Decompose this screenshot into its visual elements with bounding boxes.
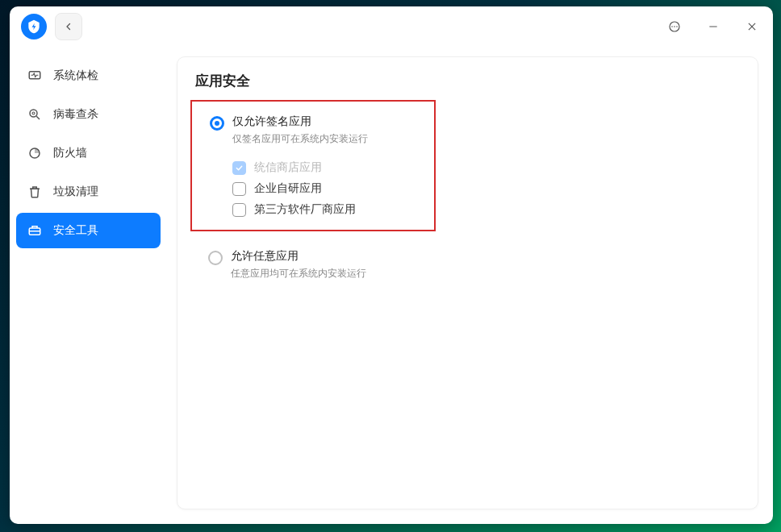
sidebar-item-label: 安全工具 (53, 223, 98, 238)
sidebar-item-cleaner[interactable]: 垃圾清理 (16, 174, 161, 210)
radio-label: 仅允许签名应用 (232, 114, 368, 129)
monitor-icon (27, 69, 42, 83)
toolbox-icon (27, 223, 42, 238)
minimize-button[interactable] (704, 17, 723, 36)
trash-icon (27, 185, 42, 199)
checkbox-icon (232, 161, 246, 175)
radio-desc: 任意应用均可在系统内安装运行 (231, 267, 366, 281)
checkbox-enterprise[interactable]: 企业自研应用 (232, 181, 429, 196)
titlebar (10, 6, 773, 47)
checkbox-icon (232, 203, 246, 217)
sidebar-item-label: 病毒查杀 (53, 107, 98, 122)
checkbox-icon (232, 182, 246, 196)
sidebar-item-firewall[interactable]: 防火墙 (16, 135, 161, 171)
svg-point-9 (30, 110, 37, 117)
radio-desc: 仅签名应用可在系统内安装运行 (232, 132, 368, 146)
highlight-box: 仅允许签名应用 仅签名应用可在系统内安装运行 统信商店应用 (190, 100, 436, 231)
panel-title: 应用安全 (195, 72, 740, 90)
app-logo-icon (21, 14, 47, 39)
sidebar-item-system-check[interactable]: 系统体检 (16, 58, 161, 94)
sidebar-item-label: 防火墙 (53, 146, 87, 160)
more-icon (668, 20, 681, 33)
magnifier-icon (27, 107, 42, 122)
checkbox-label: 企业自研应用 (254, 181, 322, 196)
radio-icon (208, 251, 223, 265)
minimize-icon (708, 21, 719, 32)
checkbox-label: 第三方软件厂商应用 (254, 202, 356, 217)
sidebar-item-label: 系统体检 (53, 69, 98, 83)
back-button[interactable] (55, 13, 82, 40)
svg-point-3 (674, 26, 675, 27)
checkbox-uos-store: 统信商店应用 (232, 160, 429, 175)
radio-allow-any[interactable]: 允许任意应用 任意应用均可在系统内安装运行 (208, 249, 740, 281)
chevron-left-icon (64, 22, 73, 31)
wall-icon (27, 146, 42, 160)
app-security-panel: 应用安全 仅允许签名应用 仅签名应用可在系统内安装运行 (177, 56, 758, 509)
radio-icon (210, 116, 224, 131)
svg-point-11 (32, 112, 35, 114)
close-icon (746, 21, 758, 32)
sidebar: 系统体检 病毒查杀 防火墙 垃圾清理 (10, 47, 167, 524)
radio-label: 允许任意应用 (231, 249, 366, 264)
svg-line-10 (36, 116, 40, 119)
app-window: 系统体检 病毒查杀 防火墙 垃圾清理 (10, 6, 773, 524)
sidebar-item-security-tools[interactable]: 安全工具 (16, 213, 161, 248)
checkbox-label: 统信商店应用 (254, 160, 322, 175)
checkbox-thirdparty[interactable]: 第三方软件厂商应用 (232, 202, 429, 217)
close-button[interactable] (742, 17, 762, 36)
radio-signed-only[interactable]: 仅允许签名应用 仅签名应用可在系统内安装运行 (210, 114, 429, 146)
svg-point-4 (676, 26, 678, 27)
sidebar-item-antivirus[interactable]: 病毒查杀 (16, 97, 161, 132)
menu-button[interactable] (665, 17, 684, 36)
svg-point-2 (671, 26, 673, 27)
sidebar-item-label: 垃圾清理 (53, 185, 98, 199)
content-area: 应用安全 仅允许签名应用 仅签名应用可在系统内安装运行 (167, 47, 773, 524)
